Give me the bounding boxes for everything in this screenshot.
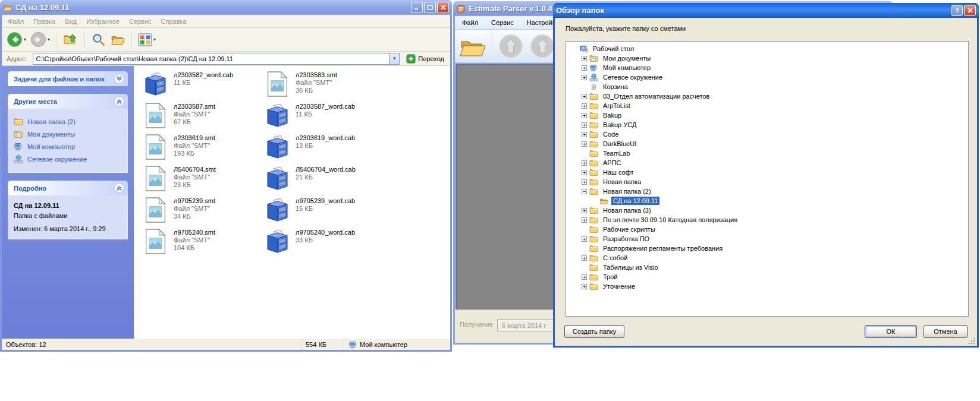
file-tile[interactable]: л9705240_word.cab 33 КБ [264,228,386,260]
tree-item-label[interactable]: DarkBlueUI [601,140,638,148]
tree-item[interactable]: −Новая папка (2) [570,187,967,196]
tree-item[interactable]: +Трой [570,272,967,282]
tree-item-label[interactable]: ArpToList [601,102,632,110]
tree-item-label[interactable]: С собой [601,254,629,262]
create-folder-button[interactable]: Создать папку [564,325,624,338]
tree-item-label[interactable]: Табилицы из Visio [601,263,660,271]
chevron-up-icon[interactable] [114,96,124,106]
tree-item[interactable]: Рабочий стол [570,44,967,53]
tree-item-label[interactable]: 03_Отдел автоматизации расчетов [601,92,711,100]
ok-button[interactable]: ОК [865,325,917,338]
tree-item-label[interactable]: Code [601,130,620,138]
maximize-button[interactable] [424,2,436,13]
tree-item-label[interactable]: TeamLab [601,149,632,157]
expand-plus-icon[interactable]: + [582,236,587,242]
file-tile[interactable]: л2303583.smt Файл "SMT" 36 КБ [264,71,386,102]
search-button[interactable] [91,32,106,47]
tree-item[interactable]: +Bakup УСД [570,120,967,130]
tree-item-label[interactable]: Новая папка [601,178,643,186]
expand-plus-icon[interactable]: + [582,179,587,185]
expand-plus-icon[interactable]: + [582,160,587,166]
tree-item-label[interactable]: Мой компьютер [601,64,652,72]
tree-item-label[interactable]: Рабочие скрипты [601,225,657,233]
back-button[interactable]: ▾ [7,31,26,48]
help-icon[interactable]: ? [951,5,963,16]
tree-item-label[interactable]: Распоряжения регламенты требования [601,244,724,252]
file-tile[interactable]: Л5406704.smt Файл "SMT" 23 КБ [142,165,264,197]
tree-item[interactable]: +Bakup [570,110,967,120]
cancel-button[interactable]: Отмена [924,325,968,338]
chevron-up-icon[interactable] [114,183,124,193]
tree-item[interactable]: +03_Отдел автоматизации расчетов [570,91,967,101]
tree-item[interactable]: +Разработка ПО [570,234,967,244]
tree-item[interactable]: +Новая папка [570,177,967,187]
tree-item-label[interactable]: Разработка ПО [601,235,651,243]
tree-item[interactable]: +Мой компьютер [570,63,967,72]
address-value[interactable]: C:\Стройка\Объект\Рабочий стол\Новая пап… [33,55,390,62]
file-tile[interactable]: л9705239_word.cab 15 КБ [264,197,386,228]
panel-header-file-tasks[interactable]: Задачи для файлов и папок [8,71,128,86]
tree-item[interactable]: СД на 12.09.11 [570,196,967,206]
tree-item-label[interactable]: Трой [601,273,619,281]
close-icon[interactable] [437,2,449,13]
expand-plus-icon[interactable]: + [582,208,587,213]
expand-plus-icon[interactable]: + [582,141,587,147]
up-button[interactable] [62,31,78,48]
expand-plus-icon[interactable]: + [582,284,587,289]
go-button[interactable]: Переход [403,54,448,64]
expand-plus-icon[interactable]: + [582,56,587,61]
menu-item[interactable]: Файл [8,18,24,25]
file-tile[interactable]: л2303582_word.cab 11 КБ [142,71,264,102]
menu-item[interactable]: Файл [462,19,478,26]
tree-item-label[interactable]: Bakup УСД [601,121,638,129]
tree-item[interactable]: +Уточнение [570,282,967,291]
expand-plus-icon[interactable]: + [582,170,587,175]
expand-plus-icon[interactable]: + [582,75,587,80]
views-button[interactable]: ▾ [138,33,156,46]
file-tile[interactable]: л2303619_word.cab 13 КБ [264,134,386,165]
expand-plus-icon[interactable]: + [582,255,587,261]
expand-plus-icon[interactable]: + [582,122,587,128]
expand-plus-icon[interactable]: + [582,217,587,223]
menu-item[interactable]: Вид [65,18,77,25]
tree-item-label[interactable]: Сетевое окружение [601,73,664,81]
tree-item-label[interactable]: Наш софт [601,168,636,176]
sidebar-link[interactable]: Мои документы [14,130,122,139]
panel-header-other-places[interactable]: Другие места [8,94,128,109]
sidebar-link[interactable]: Мой компьютер [14,142,122,151]
tree-item[interactable]: Рабочие скрипты [570,225,967,234]
open-folder-button[interactable] [459,34,486,59]
tree-item[interactable]: Табилицы из Visio [570,263,967,272]
file-tile[interactable]: л9705240.smt Файл "SMT" 104 КБ [142,228,264,260]
collapse-minus-icon[interactable]: − [582,189,587,194]
tree-item-label[interactable]: СД на 12.09.11 [611,197,659,205]
resize-grip[interactable] [973,343,975,344]
chevron-down-icon[interactable] [114,74,124,84]
menu-item[interactable]: Сервис [129,18,152,25]
file-tile[interactable]: л2303619.smt Файл "SMT" 193 КБ [142,134,264,165]
tree-item[interactable]: +С собой [570,253,967,263]
tree-item[interactable]: +Наш софт [570,168,967,177]
expand-plus-icon[interactable]: + [582,132,587,137]
menu-item[interactable]: Избранное [86,18,120,25]
tree-item-label[interactable]: Рабочий стол [591,45,636,53]
sidebar-link[interactable]: Новая папка (2) [14,117,122,127]
tree-item[interactable]: Корзина [570,82,967,91]
tree-item-label[interactable]: Уточнение [601,282,637,291]
minimize-button[interactable] [411,2,423,13]
folders-button[interactable] [110,33,125,47]
expand-plus-icon[interactable]: + [582,103,587,109]
tree-item[interactable]: TeamLab [570,149,967,158]
tree-item[interactable]: +Новая папка (3) [570,206,967,215]
tree-item-label[interactable]: По эл.почте 30.09.10 Катодная поляризаци… [601,216,739,224]
file-tile[interactable]: л2303587.smt Файл "SMT" 67 КБ [142,102,264,134]
file-tile[interactable]: л2303587_word.cab 11 КБ [264,102,386,134]
address-combobox[interactable]: C:\Стройка\Объект\Рабочий стол\Новая пап… [33,53,400,65]
tree-item-label[interactable]: АРПС [601,159,623,167]
tree-item-label[interactable]: Корзина [601,83,630,91]
tree-item[interactable]: +По эл.почте 30.09.10 Катодная поляризац… [570,215,967,225]
tree-item[interactable]: +DarkBlueUI [570,139,967,149]
tree-item[interactable]: +Мои документы [570,53,967,63]
chevron-down-icon[interactable]: ▼ [389,53,399,64]
tree-item[interactable]: +Code [570,130,967,139]
